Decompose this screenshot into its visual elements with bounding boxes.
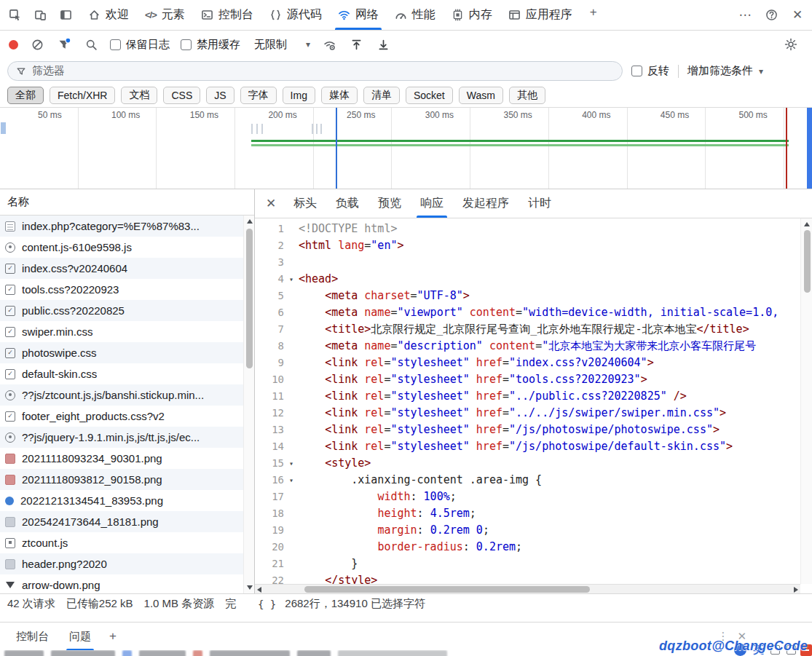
request-row[interactable]: tools.css?20220923: [0, 279, 243, 300]
response-code[interactable]: 1<!DOCTYPE html>2<html lang="en">34▾<hea…: [255, 218, 800, 593]
request-row[interactable]: footer_eight_products.css?v2: [0, 406, 243, 427]
tab-performance[interactable]: 性能: [387, 0, 444, 30]
request-row[interactable]: arrow-down.png: [0, 574, 243, 593]
tab-preview[interactable]: 预览: [368, 189, 411, 218]
more-filters-button[interactable]: 增加筛选条件 ▾: [687, 64, 763, 78]
scroll-down-icon[interactable]: [247, 585, 253, 590]
scrollbar-thumb[interactable]: [804, 230, 811, 293]
fold-icon[interactable]: ▾: [284, 472, 299, 489]
scrollbar-thumb[interactable]: [246, 229, 253, 368]
request-name: public.css?20220825: [22, 304, 125, 317]
fold-icon[interactable]: ▾: [284, 271, 299, 288]
drawer-tab-console[interactable]: 控制台: [6, 623, 59, 650]
request-row[interactable]: 20221213134541_83953.png: [0, 490, 243, 511]
filter-chip[interactable]: Img: [283, 87, 315, 104]
filter-chip[interactable]: 全部: [7, 87, 44, 104]
request-row[interactable]: photoswipe.css: [0, 342, 243, 363]
request-row[interactable]: ztcount.js: [0, 532, 243, 553]
request-row[interactable]: 2025424173644_18181.png: [0, 511, 243, 532]
checkbox-box[interactable]: [181, 39, 192, 50]
tab-memory[interactable]: 内存: [444, 0, 500, 30]
search-icon[interactable]: [83, 32, 99, 57]
file-type-icon: [5, 475, 15, 485]
filter-chip[interactable]: Socket: [406, 87, 453, 104]
inspect-icon[interactable]: [2, 3, 27, 28]
import-har-icon[interactable]: [348, 32, 364, 57]
help-icon[interactable]: [758, 3, 784, 28]
request-row[interactable]: index.php?category=%E7%87%83...: [0, 216, 243, 237]
code-line: 14 <link rel="stylesheet" href="/js/phot…: [255, 438, 800, 455]
tab-headers[interactable]: 标头: [284, 189, 326, 218]
disable-cache-checkbox[interactable]: 禁用缓存: [181, 38, 240, 52]
request-list-scrollbar[interactable]: [243, 216, 254, 593]
filter-funnel-icon[interactable]: [56, 32, 72, 57]
record-button[interactable]: [9, 40, 18, 50]
tab-payload[interactable]: 负载: [326, 189, 368, 218]
scrollbar-thumb[interactable]: [304, 586, 590, 593]
tab-console[interactable]: 控制台: [193, 0, 261, 30]
filter-chip[interactable]: 字体: [240, 87, 277, 104]
code-horizontal-scrollbar[interactable]: [255, 584, 800, 593]
scroll-up-icon[interactable]: [247, 219, 253, 224]
close-panel-icon[interactable]: ✕: [258, 189, 284, 218]
console-icon: [201, 9, 213, 21]
filter-chip[interactable]: JS: [206, 87, 234, 104]
scroll-left-icon[interactable]: [257, 587, 261, 593]
throttling-select[interactable]: 无限制 ▾: [254, 38, 310, 52]
filter-chip[interactable]: 其他: [509, 87, 545, 104]
request-row[interactable]: ??js/ztcount.js,js/banshi.stickup.min...: [0, 384, 243, 406]
clear-icon[interactable]: [29, 32, 45, 57]
format-button[interactable]: { }: [258, 598, 276, 610]
file-type-icon: [5, 306, 15, 316]
filter-chip[interactable]: Fetch/XHR: [50, 87, 115, 104]
drawer-tab-issues[interactable]: 问题: [59, 623, 101, 650]
request-row[interactable]: ??js/jquery-1.9.1.min.js,js/tt.js,js/ec.…: [0, 427, 243, 448]
filter-chip[interactable]: CSS: [163, 87, 200, 104]
request-row[interactable]: 20211118093234_90301.png: [0, 448, 243, 469]
code-vertical-scrollbar[interactable]: [800, 218, 812, 584]
network-conditions-icon[interactable]: [321, 32, 337, 57]
fold-icon[interactable]: ▾: [284, 455, 299, 472]
filter-chip[interactable]: 文档: [121, 87, 157, 104]
filter-chip[interactable]: Wasm: [459, 87, 503, 104]
code-line: 16▾ .xianxing-content .area-img {: [255, 472, 800, 489]
filter-chip[interactable]: 媒体: [321, 87, 358, 104]
preserve-log-checkbox[interactable]: 保留日志: [110, 38, 170, 52]
add-drawer-tab-button[interactable]: +: [101, 623, 125, 650]
request-row[interactable]: header.png?2020: [0, 553, 243, 574]
request-row[interactable]: content.js-610e9598.js: [0, 237, 243, 258]
settings-gear-icon[interactable]: [779, 32, 803, 57]
checkbox-box[interactable]: [631, 66, 642, 76]
scroll-right-icon[interactable]: [794, 587, 798, 593]
scroll-up-icon[interactable]: [804, 222, 810, 226]
request-row[interactable]: default-skin.css: [0, 363, 243, 384]
invert-checkbox[interactable]: 反转: [631, 64, 669, 78]
close-devtools-icon[interactable]: ✕: [784, 3, 811, 28]
request-row[interactable]: swiper.min.css: [0, 321, 243, 342]
tab-sources[interactable]: 源代码: [261, 0, 330, 30]
tab-initiator[interactable]: 发起程序: [453, 189, 519, 218]
filter-input[interactable]: 筛选器: [7, 61, 623, 81]
file-type-icon: [5, 264, 15, 274]
blurred-text: [338, 650, 447, 656]
column-header-name[interactable]: 名称: [0, 189, 254, 216]
request-row[interactable]: 20211118093812_90158.png: [0, 469, 243, 490]
layout-panel-icon[interactable]: [53, 3, 78, 28]
request-name: 20211118093234_90301.png: [22, 452, 162, 465]
sources-icon: [269, 9, 282, 21]
request-row[interactable]: public.css?20220825: [0, 300, 243, 321]
tab-response[interactable]: 响应: [411, 189, 453, 218]
add-panel-button[interactable]: +: [580, 0, 607, 25]
tab-welcome[interactable]: 欢迎: [80, 0, 137, 30]
more-options-icon[interactable]: ⋯: [732, 3, 758, 28]
tab-elements[interactable]: </> 元素: [137, 0, 193, 30]
tab-network[interactable]: 网络: [330, 0, 387, 30]
checkbox-box[interactable]: [110, 39, 121, 50]
device-toolbar-icon[interactable]: [28, 3, 52, 28]
timeline-overview[interactable]: 50 ms 100 ms 150 ms 200 ms 250 ms: [0, 108, 812, 189]
request-row[interactable]: index.css?v20240604: [0, 258, 243, 279]
tab-application[interactable]: 应用程序: [500, 0, 580, 30]
tab-timing[interactable]: 计时: [519, 189, 561, 218]
filter-chip[interactable]: 清单: [363, 87, 400, 104]
export-har-icon[interactable]: [375, 32, 391, 57]
